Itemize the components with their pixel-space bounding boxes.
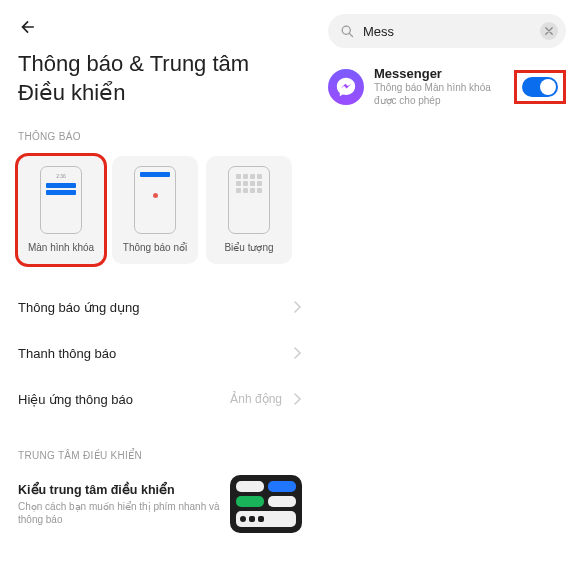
arrow-left-icon xyxy=(18,17,38,37)
cc-subtitle: Chọn cách bạn muốn hiển thị phím nhanh v… xyxy=(18,500,220,526)
search-input[interactable] xyxy=(363,24,540,39)
highlight-box xyxy=(514,70,566,104)
phone-mock-lock: 2:36 xyxy=(40,166,82,234)
control-center-thumb xyxy=(230,475,302,533)
tile-label: Biểu tượng xyxy=(224,242,273,253)
search-icon xyxy=(340,24,355,39)
search-result-row[interactable]: Messenger Thông báo Màn hình khóa được c… xyxy=(328,66,566,107)
tile-floating[interactable]: Thông báo nổi xyxy=(112,156,198,264)
svg-line-1 xyxy=(349,33,352,36)
row-notification-effect[interactable]: Hiệu ứng thông báo Ảnh động xyxy=(18,376,302,422)
close-icon xyxy=(545,27,553,35)
enable-toggle[interactable] xyxy=(522,77,558,97)
cc-title: Kiểu trung tâm điều khiển xyxy=(18,482,220,497)
settings-left-pane: Thông báo & Trung tâm Điều khiển THÔNG B… xyxy=(0,0,320,580)
toggle-knob xyxy=(540,79,556,95)
result-title: Messenger xyxy=(374,66,504,81)
chevron-right-icon xyxy=(294,393,302,405)
row-app-notifications[interactable]: Thông báo ứng dụng xyxy=(18,284,302,330)
search-bar[interactable] xyxy=(328,14,566,48)
phone-mock-float xyxy=(134,166,176,234)
row-control-center-style[interactable]: Kiểu trung tâm điều khiển Chọn cách bạn … xyxy=(18,475,302,533)
phone-mock-badge xyxy=(228,166,270,234)
clear-search-button[interactable] xyxy=(540,22,558,40)
messenger-app-icon xyxy=(328,69,364,105)
tile-lock-screen[interactable]: 2:36 Màn hình khóa xyxy=(18,156,104,264)
settings-right-pane: Messenger Thông báo Màn hình khóa được c… xyxy=(320,0,580,580)
notification-style-tiles: 2:36 Màn hình khóa Thông báo nổi Biểu tư xyxy=(18,156,302,264)
back-button[interactable] xyxy=(18,16,40,38)
section-label-control-center: TRUNG TÂM ĐIỀU KHIỂN xyxy=(18,450,302,461)
tile-label: Thông báo nổi xyxy=(123,242,187,253)
chevron-right-icon xyxy=(294,301,302,313)
tile-label: Màn hình khóa xyxy=(28,242,94,253)
result-subtitle: Thông báo Màn hình khóa được cho phép xyxy=(374,81,504,107)
section-label-notifications: THÔNG BÁO xyxy=(18,131,302,142)
row-status-bar[interactable]: Thanh thông báo xyxy=(18,330,302,376)
row-value: Ảnh động xyxy=(230,392,282,406)
chevron-right-icon xyxy=(294,347,302,359)
page-title: Thông báo & Trung tâm Điều khiển xyxy=(18,50,302,107)
tile-badge[interactable]: Biểu tượng xyxy=(206,156,292,264)
